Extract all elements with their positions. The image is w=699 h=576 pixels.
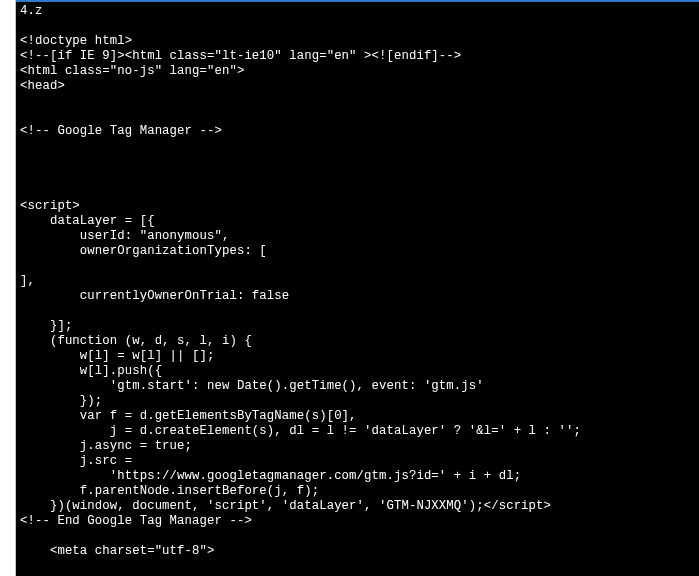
left-gutter (0, 0, 16, 576)
code-content[interactable]: 4.z <!doctype html> <!--[if IE 9]><html … (16, 2, 699, 559)
window-root: 4.z <!doctype html> <!--[if IE 9]><html … (0, 0, 699, 576)
terminal-panel[interactable]: 4.z <!doctype html> <!--[if IE 9]><html … (16, 0, 699, 576)
